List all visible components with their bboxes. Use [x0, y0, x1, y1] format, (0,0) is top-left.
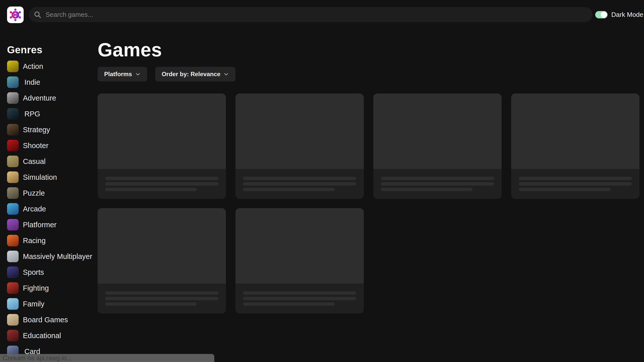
- educational-genre-thumbnail: [7, 330, 19, 341]
- main-content: Games Platforms Order by: Relevance: [98, 40, 641, 313]
- skeleton-text-line: [519, 188, 611, 191]
- skeleton-text-line: [243, 291, 356, 295]
- arcade-genre-thumbnail: [7, 203, 19, 215]
- sidebar-item-massively-multiplayer[interactable]: Massively Multiplayer: [7, 251, 95, 262]
- board-games-genre-thumbnail: [7, 314, 19, 326]
- genre-label: Racing: [23, 237, 46, 245]
- skeleton-text-line: [243, 177, 356, 180]
- genre-label: Action: [23, 62, 43, 71]
- genre-label: Shooter: [23, 142, 49, 150]
- skeleton-text-line: [105, 297, 218, 300]
- indie-genre-thumbnail: [7, 76, 19, 88]
- skeleton-text-line: [243, 182, 356, 186]
- skeleton-text-line: [381, 188, 473, 191]
- sidebar-item-shooter[interactable]: Shooter: [7, 140, 95, 151]
- skeleton-text-line: [105, 182, 218, 186]
- skeleton-text-line: [105, 188, 197, 191]
- simulation-genre-thumbnail: [7, 171, 19, 183]
- game-hub-logo-icon: [9, 8, 22, 22]
- skeleton-text-line: [105, 291, 218, 295]
- game-image-skeleton: [511, 94, 639, 169]
- genre-label: Adventure: [23, 94, 56, 102]
- sidebar-item-simulation[interactable]: Simulation: [7, 171, 95, 183]
- skeleton-text-line: [105, 302, 197, 306]
- game-card-skeleton: [235, 208, 364, 313]
- sidebar-item-puzzle[interactable]: Puzzle: [7, 187, 95, 199]
- game-card-skeleton: [511, 94, 639, 199]
- dark-mode-toggle[interactable]: [595, 11, 608, 18]
- skeleton-text-line: [519, 177, 632, 180]
- sidebar-item-family[interactable]: Family: [7, 298, 95, 310]
- genres-heading: Genres: [7, 44, 95, 56]
- genres-sidebar: Genres Action Indie Adventure RPG Strate…: [7, 44, 95, 361]
- game-card-body: [98, 169, 226, 191]
- game-card-skeleton: [373, 94, 502, 199]
- genre-label: Educational: [23, 332, 61, 340]
- sidebar-item-indie[interactable]: Indie: [7, 76, 95, 88]
- status-text: Czekam na api.rawg.io...: [3, 354, 72, 362]
- game-image-skeleton: [373, 94, 502, 169]
- chevron-down-icon: [135, 71, 141, 77]
- skeleton-text-line: [243, 297, 356, 300]
- game-card-body: [98, 284, 226, 306]
- game-card-skeleton: [235, 94, 364, 199]
- genre-label: Massively Multiplayer: [23, 252, 92, 261]
- game-grid: [98, 94, 639, 313]
- sidebar-item-casual[interactable]: Casual: [7, 156, 95, 167]
- game-card-body: [235, 284, 364, 306]
- action-genre-thumbnail: [7, 61, 19, 72]
- genre-label: Puzzle: [23, 189, 45, 197]
- chevron-down-icon: [223, 71, 229, 77]
- family-genre-thumbnail: [7, 298, 19, 310]
- platformer-genre-thumbnail: [7, 219, 19, 231]
- genre-label: Simulation: [23, 173, 57, 182]
- game-image-skeleton: [235, 208, 364, 284]
- game-card-body: [511, 169, 639, 191]
- genre-label: Board Games: [23, 316, 68, 324]
- genre-list: Action Indie Adventure RPG Strategy Shoo…: [7, 61, 95, 357]
- skeleton-text-line: [381, 177, 494, 180]
- sidebar-item-adventure[interactable]: Adventure: [7, 92, 95, 104]
- genre-label: Sports: [23, 268, 44, 277]
- casual-genre-thumbnail: [7, 156, 19, 167]
- adventure-genre-thumbnail: [7, 92, 19, 104]
- dark-mode-label: Dark Mode: [611, 11, 643, 19]
- racing-genre-thumbnail: [7, 235, 19, 246]
- sidebar-item-arcade[interactable]: Arcade: [7, 203, 95, 215]
- skeleton-text-line: [519, 182, 632, 186]
- genre-label: Arcade: [23, 205, 46, 213]
- genre-label: Platformer: [23, 221, 57, 229]
- game-card-body: [235, 169, 364, 191]
- app-logo: [7, 7, 24, 23]
- sidebar-item-educational[interactable]: Educational: [7, 330, 95, 341]
- genre-label: Fighting: [23, 284, 49, 292]
- genre-label: RPG: [23, 110, 40, 118]
- platforms-filter-button[interactable]: Platforms: [98, 67, 147, 81]
- search-input[interactable]: [29, 7, 592, 22]
- filter-bar: Platforms Order by: Relevance: [98, 67, 641, 81]
- sidebar-item-strategy[interactable]: Strategy: [7, 124, 95, 135]
- genre-label: Casual: [23, 157, 46, 166]
- order-by-button[interactable]: Order by: Relevance: [155, 67, 235, 81]
- sidebar-item-rpg[interactable]: RPG: [7, 108, 95, 120]
- game-card-skeleton: [98, 94, 226, 199]
- sidebar-item-action[interactable]: Action: [7, 61, 95, 72]
- browser-status-bubble: Czekam na api.rawg.io...: [0, 354, 214, 362]
- fighting-genre-thumbnail: [7, 282, 19, 294]
- skeleton-text-line: [243, 188, 335, 191]
- massively-multiplayer-genre-thumbnail: [7, 251, 19, 262]
- game-image-skeleton: [98, 94, 226, 169]
- sidebar-item-platformer[interactable]: Platformer: [7, 219, 95, 231]
- dark-mode-control: Dark Mode: [595, 8, 643, 22]
- sidebar-item-fighting[interactable]: Fighting: [7, 282, 95, 294]
- game-image-skeleton: [235, 94, 364, 169]
- skeleton-text-line: [243, 302, 335, 306]
- sidebar-item-sports[interactable]: Sports: [7, 266, 95, 278]
- toggle-knob: [601, 12, 607, 18]
- sidebar-item-racing[interactable]: Racing: [7, 235, 95, 246]
- rpg-genre-thumbnail: [7, 108, 19, 120]
- sidebar-item-board-games[interactable]: Board Games: [7, 314, 95, 326]
- order-by-label: Order by: Relevance: [162, 71, 220, 78]
- strategy-genre-thumbnail: [7, 124, 19, 135]
- search-icon: [33, 11, 42, 19]
